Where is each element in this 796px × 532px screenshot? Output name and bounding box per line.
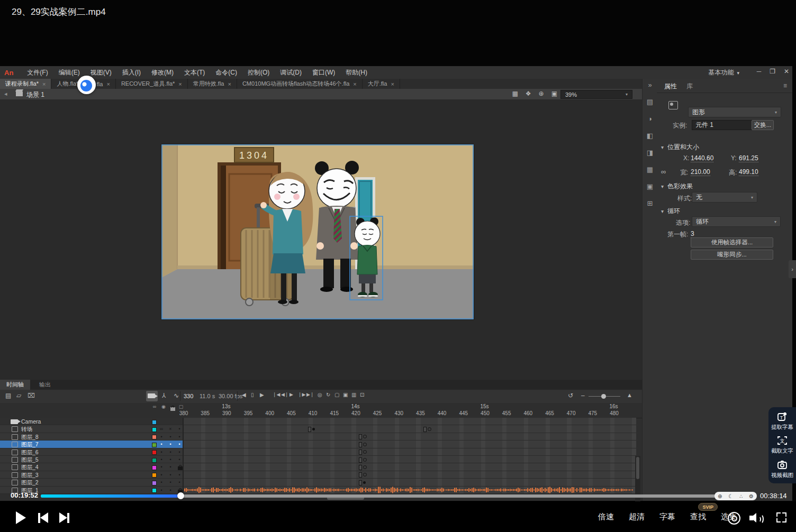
ruler-frame-label[interactable]: 380 [177,410,191,416]
height-value[interactable]: 499.10 [739,168,758,176]
edit-multiple-frames-icon[interactable]: ▥ [351,392,356,398]
timeline-ruler[interactable]: ∞◉▢ 13s14s15s16s 38038539039540040541041… [0,403,642,418]
instance-name-input[interactable]: 元件 1 [692,120,752,130]
volume-button[interactable] [749,513,763,524]
step-forward-icon[interactable]: ▶ [260,392,264,398]
ruler-frame-label[interactable]: 405 [284,410,298,416]
effects-icon[interactable]: ∴ [739,493,743,499]
track-row-图层_2[interactable] [184,479,636,486]
layer-toggle-dot[interactable] [167,418,174,425]
new-folder-icon[interactable]: ▱ [16,392,21,399]
frame-end-bracket[interactable] [308,427,311,432]
layer-toggle-dot[interactable]: • [167,433,174,441]
tab-timeline[interactable]: 时间轴 [0,380,30,390]
layer-toggle-dot[interactable]: • [167,441,174,448]
frame-end-bracket[interactable] [359,442,362,447]
close-icon[interactable]: × [353,81,356,87]
ruler-frame-label[interactable]: 445 [457,410,471,416]
ruler-frame-label[interactable]: 410 [306,410,320,416]
ruler-frame-label[interactable]: 470 [564,410,578,416]
timeline-zoom-slider[interactable] [589,396,620,397]
first-frame-value[interactable]: 3 [691,230,694,238]
layer-row-Camera[interactable]: Camera [0,418,183,425]
frame-end-bracket[interactable] [359,450,362,455]
layer-toggle-dot[interactable]: • [158,463,165,471]
tab-properties[interactable]: 属性 [664,82,677,91]
file-tab-6[interactable]: 大厅.fla× [363,79,400,89]
prev-frame-icon[interactable]: ◀❘ [281,392,288,397]
info-panel-icon[interactable]: ◑ [643,115,657,123]
keyframe-hollow[interactable] [363,458,367,462]
control-超清[interactable]: 超清 [629,512,645,522]
delete-layer-icon[interactable]: ⌧ [28,392,35,399]
layer-row-转场[interactable]: 转场∞×• [0,425,183,433]
ruler-frame-label[interactable]: 395 [241,410,255,416]
next-episode-button[interactable] [59,512,69,523]
clip-content-icon[interactable]: ▣ [551,90,557,97]
frame-picker-button[interactable]: 使用帧选择器... [691,237,773,247]
track-row-图层_3[interactable] [184,471,636,479]
capture-text-button[interactable]: 文截取文字 [771,435,793,455]
menu-item-3[interactable]: 插入(I) [122,68,141,77]
edit-symbols-icon[interactable]: ❖ [526,90,531,97]
stage-pasteboard[interactable]: 1304 [0,99,642,380]
edit-scene-icon[interactable]: ▦ [512,90,518,97]
center-frame-icon[interactable]: ◎ [318,392,322,398]
previous-episode-button[interactable] [38,512,48,523]
layer-row-图层_5[interactable]: 图层_5••• [0,456,183,463]
layer-toggle-dot[interactable]: • [176,479,183,486]
track-row-Camera[interactable] [184,418,636,425]
menu-item-1[interactable]: 编辑(E) [59,68,80,77]
close-icon[interactable]: × [178,81,182,87]
timeline-zoom-knob[interactable] [601,394,606,399]
night-mode-icon[interactable]: ☾ [728,493,733,499]
color-style-select[interactable]: 无 ▾ [692,192,757,203]
onion-skin-icon[interactable]: ▢ [334,392,339,398]
track-row-图层_8[interactable] [184,433,636,441]
menu-item-10[interactable]: 帮助(H) [346,68,367,77]
panel-collapse-arrow[interactable]: › [789,260,796,278]
menu-item-0[interactable]: 文件(F) [27,68,48,77]
loop-option-select[interactable]: 循环 ▾ [692,216,781,227]
tab-library[interactable]: 库 [686,82,693,91]
ruler-frame-label[interactable]: 415 [328,410,341,416]
layer-toggle-dot[interactable]: • [158,456,165,463]
frame-end-bracket[interactable] [359,457,362,463]
brush-panel-icon[interactable]: ◧ [643,132,657,140]
file-tab-0[interactable]: 课程录制.fla*× [0,79,51,89]
layer-toggle-dot[interactable]: • [167,456,174,463]
keyframe-hollow[interactable] [363,473,367,476]
keyframe-filled[interactable] [312,428,315,430]
layer-toggle-dot[interactable]: • [176,471,183,479]
frame-end-bracket[interactable] [359,472,362,478]
ruler-frame-label[interactable]: 420 [349,410,363,416]
menu-item-2[interactable]: 视图(V) [91,68,112,77]
layer-toggle-dot[interactable]: • [176,448,183,456]
layer-toggle-dot[interactable]: • [158,448,165,456]
file-tab-4[interactable]: 常用特效.fla× [188,79,237,89]
frame-end-bracket[interactable] [423,427,427,432]
close-icon[interactable]: × [106,81,110,87]
minimize-button[interactable]: ─ [757,68,762,75]
back-arrow-icon[interactable]: ◂ [4,90,7,97]
frame-end-bracket[interactable] [359,480,362,485]
menu-item-8[interactable]: 调试(D) [280,68,302,77]
layer-toggle-dot[interactable]: • [158,479,165,486]
lock-icon[interactable] [176,463,183,471]
layer-row-图层_2[interactable]: 图层_2••• [0,479,183,486]
next-frame-icon[interactable]: ❘▶ [298,392,305,397]
lip-sync-button[interactable]: 嘴形同步... [691,250,773,260]
layer-row-图层_6[interactable]: 图层_6••• [0,448,183,456]
ruler-frame-label[interactable]: 400 [263,410,277,416]
track-pane[interactable] [183,418,636,494]
modify-markers-icon[interactable]: ⊡ [360,392,364,398]
y-value[interactable]: 691.25 [739,154,758,162]
layer-row-图层_7[interactable]: 图层_7••• [0,441,183,448]
keyframe-hollow[interactable] [363,465,367,469]
swap-button[interactable]: 交换... [752,120,774,130]
zoom-in-icon[interactable]: ▲ [627,392,632,398]
record-target-icon[interactable] [728,512,740,525]
control-字幕[interactable]: 字幕 [659,512,675,522]
workspace-switcher[interactable]: 基本功能 ▾ [708,68,739,77]
ruler-frame-label[interactable]: 480 [608,410,621,416]
